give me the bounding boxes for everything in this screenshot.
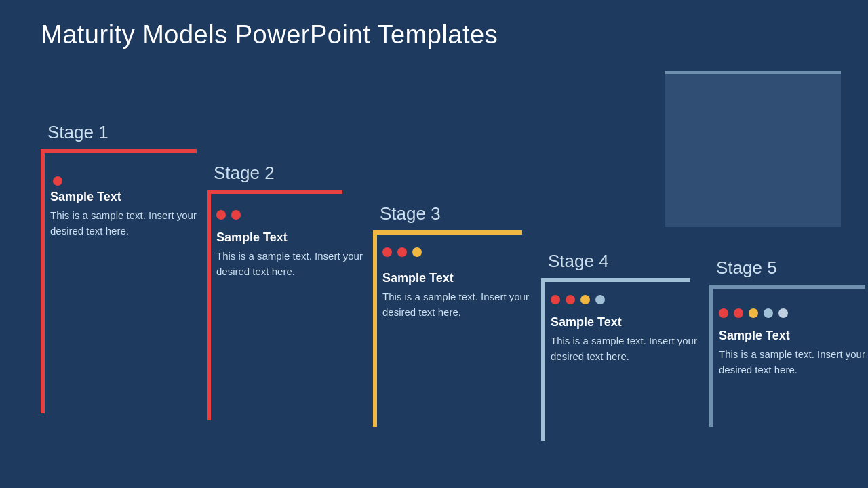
stage1-content: Sample Text This is a sample text. Inser… <box>50 190 197 239</box>
stage3-dot-3 <box>412 247 422 257</box>
stage4-dots <box>551 295 605 304</box>
stage2-bracket-horizontal <box>207 190 342 194</box>
stage5-dot-2 <box>734 308 743 318</box>
stage1-sample-title: Sample Text <box>50 190 197 204</box>
stage5-bracket-vertical <box>709 285 713 427</box>
stage1-body: This is a sample text. Insert your desir… <box>50 208 197 239</box>
stage5-sample-title: Sample Text <box>719 329 868 343</box>
stage2-dots <box>216 210 241 220</box>
stage1-bracket-horizontal <box>41 149 197 153</box>
stage2-bracket-vertical <box>207 190 211 420</box>
stage5-body: This is a sample text. Insert your desir… <box>719 347 868 378</box>
stage3-dot-2 <box>397 247 407 257</box>
stage4-bracket-horizontal <box>541 278 690 282</box>
stage3-sample-title: Sample Text <box>382 271 532 285</box>
stage-5: Stage 5 Sample Text This is a sample tex… <box>709 305 868 474</box>
stage2-body: This is a sample text. Insert your desir… <box>216 249 363 279</box>
stage2-dot-2 <box>231 210 241 220</box>
stage4-label: Stage 4 <box>548 251 609 272</box>
stage5-content: Sample Text This is a sample text. Inser… <box>719 329 868 378</box>
stage5-bracket-horizontal <box>709 285 865 289</box>
stage3-body: This is a sample text. Insert your desir… <box>382 289 532 320</box>
stage5-label: Stage 5 <box>716 258 777 279</box>
stage4-body: This is a sample text. Insert your desir… <box>551 333 701 364</box>
stage5-dot-4 <box>764 308 773 318</box>
stage-3: Stage 3 Sample Text This is a sample tex… <box>373 203 532 474</box>
stage5-dot-1 <box>719 308 728 318</box>
stage4-dot-3 <box>580 295 590 304</box>
stages-wrapper: Stage 1 Sample Text This is a sample tex… <box>41 95 854 474</box>
stage4-bracket-vertical <box>541 278 545 441</box>
stage4-content: Sample Text This is a sample text. Inser… <box>551 315 701 364</box>
stage3-label: Stage 3 <box>380 203 441 224</box>
stage4-dot-2 <box>566 295 575 304</box>
stage5-dot-5 <box>778 308 788 318</box>
stage3-bracket-horizontal <box>373 230 522 235</box>
stage-2: Stage 2 Sample Text This is a sample tex… <box>207 163 363 474</box>
stage2-sample-title: Sample Text <box>216 230 363 245</box>
stage2-label: Stage 2 <box>214 163 275 184</box>
stage4-dot-1 <box>551 295 560 304</box>
stage-1: Stage 1 Sample Text This is a sample tex… <box>41 122 197 474</box>
stage1-dot <box>53 176 62 186</box>
stage4-sample-title: Sample Text <box>551 315 701 329</box>
stage3-bracket-vertical <box>373 230 377 427</box>
stage4-dot-4 <box>595 295 605 304</box>
stage3-content: Sample Text This is a sample text. Inser… <box>382 271 532 320</box>
stage2-content: Sample Text This is a sample text. Inser… <box>216 230 363 279</box>
stage3-dot-1 <box>382 247 392 257</box>
stage1-label: Stage 1 <box>47 122 108 143</box>
stage2-dot-1 <box>216 210 226 220</box>
stage3-dots <box>382 247 422 257</box>
stage-4: Stage 4 Sample Text This is a sample tex… <box>541 251 701 474</box>
stage5-dot-3 <box>749 308 758 318</box>
stage1-bracket-vertical <box>41 149 45 413</box>
page-title: Maturity Models PowerPoint Templates <box>41 20 498 49</box>
stage5-dots <box>719 308 788 318</box>
